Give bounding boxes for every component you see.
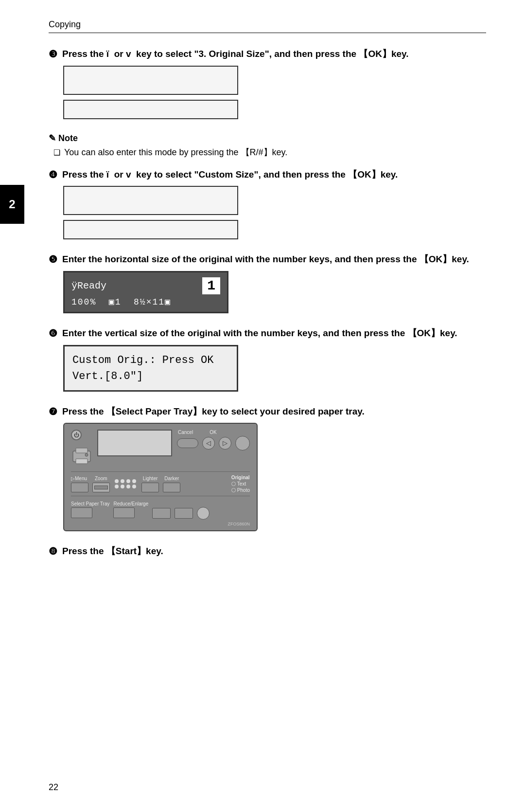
step8-number: ❽: [49, 545, 59, 558]
svg-rect-2: [76, 459, 88, 464]
step4-block: ❹ Press the ï or v key to select "Custom…: [49, 168, 486, 240]
panel-left-icons: ⏻: [71, 430, 92, 468]
panel-row1: ⏻ Cancel O: [71, 430, 250, 468]
dot: [115, 479, 119, 483]
select-paper-tray-area: Select Paper Tray: [71, 501, 109, 518]
step7-number: ❼: [49, 405, 59, 418]
dot: [132, 479, 136, 483]
step5-block: ❺ Enter the horizontal size of the origi…: [49, 253, 486, 313]
lighter-label: Lighter: [143, 476, 158, 481]
dot: [132, 485, 136, 488]
ok-button[interactable]: [235, 436, 250, 451]
panel-row3: Select Paper Tray Reduce/Enlarge: [71, 496, 250, 520]
step6-instruction: ❻ Enter the vertical size of the origina…: [49, 327, 486, 340]
zoom-bar: [94, 486, 108, 489]
step4-text: Press the ï or v key to select "Custom S…: [62, 168, 486, 181]
panel-original-section: Original Text Photo: [231, 475, 250, 493]
right-arrow-button[interactable]: ▷: [219, 437, 231, 450]
darker-button[interactable]: [163, 483, 180, 492]
printer-svg: [71, 444, 92, 466]
reduce-enlarge-label: Reduce/Enlarge: [113, 501, 148, 506]
svg-point-3: [85, 453, 88, 456]
dot: [126, 479, 130, 483]
step6-text: Enter the vertical size of the original …: [62, 327, 486, 340]
step4-number: ❹: [49, 168, 59, 181]
panel-screen: [97, 430, 172, 456]
step6-block: ❻ Enter the vertical size of the origina…: [49, 327, 486, 392]
step4-instruction: ❹ Press the ï or v key to select "Custom…: [49, 168, 486, 181]
chapter-number: 2: [9, 198, 15, 211]
lighter-darker-buttons: [141, 483, 180, 492]
step6-custom-display: Custom Orig.: Press OK Vert.[8.0"]: [63, 345, 238, 392]
panel-nav-buttons: ◁ ▷: [177, 436, 250, 451]
dot: [121, 479, 124, 483]
text-radio-row: Text: [231, 481, 250, 487]
lighter-darker-labels: Lighter Darker: [143, 476, 179, 481]
lcd-bottom-row: 100% ▣1 8½×11▣: [71, 296, 220, 307]
step7-instruction: ❼ Press the 【Select Paper Tray】key to se…: [49, 405, 486, 418]
note-bullet-icon: ❑: [53, 147, 60, 158]
note-section: ✎ Note ❑ You can also enter this mode by…: [49, 133, 486, 159]
custom-line1: Custom Orig.: Press OK: [72, 352, 229, 368]
extra-btn3[interactable]: [197, 507, 210, 520]
cancel-ok-labels: Cancel OK: [177, 430, 250, 435]
step8-instruction: ❽ Press the 【Start】key.: [49, 545, 486, 558]
header-label: Copying: [49, 19, 81, 29]
left-arrow-button[interactable]: ◁: [202, 437, 215, 450]
lcd-number-badge: 1: [202, 277, 220, 294]
step3-block: ❸ Press the ï or v key to select "3. Ori…: [49, 48, 486, 119]
cancel-label: Cancel: [178, 430, 193, 435]
step5-number: ❺: [49, 253, 59, 266]
zoom-button[interactable]: [92, 483, 110, 492]
photo-radio-icon: [231, 488, 236, 492]
reduce-enlarge-area: Reduce/Enlarge: [113, 501, 148, 518]
note-title: ✎ Note: [49, 133, 486, 144]
menu-zoom-area: ▷Menu Zoom: [71, 476, 110, 492]
step3-display2: [63, 100, 238, 119]
menu-zoom-labels: ▷Menu Zoom: [71, 476, 110, 481]
menu-button[interactable]: [71, 483, 88, 492]
photo-label: Photo: [237, 487, 250, 493]
copier-panel: ⏻ Cancel O: [63, 423, 258, 531]
dots-grid: [115, 479, 137, 488]
select-paper-tray-button[interactable]: [71, 507, 92, 518]
panel-dots-section: [115, 479, 137, 488]
step3-number: ❸: [49, 48, 59, 60]
step4-display2: [63, 220, 238, 239]
note-item: ❑ You can also enter this mode by pressi…: [53, 146, 486, 159]
darker-label: Darker: [164, 476, 179, 481]
lighter-darker-section: Lighter Darker: [141, 476, 180, 492]
cancel-button[interactable]: [177, 438, 198, 448]
menu-label-text: ▷Menu: [71, 476, 87, 481]
panel-row2: ▷Menu Zoom: [71, 471, 250, 493]
extra-btn1[interactable]: [152, 508, 171, 519]
panel-id: ZFOS860N: [71, 522, 250, 526]
zoom-label-text: Zoom: [95, 476, 107, 481]
note-text: You can also enter this mode by pressing…: [64, 146, 287, 159]
photo-radio-row: Photo: [231, 487, 250, 493]
step5-instruction: ❺ Enter the horizontal size of the origi…: [49, 253, 486, 266]
select-paper-tray-label: Select Paper Tray: [71, 501, 109, 506]
step8-block: ❽ Press the 【Start】key.: [49, 545, 486, 558]
machine-icon: [71, 444, 92, 468]
dot: [121, 485, 124, 488]
text-radio-icon: [231, 482, 236, 486]
step3-display: [63, 66, 238, 95]
svg-rect-1: [76, 448, 88, 453]
step4-display: [63, 186, 238, 215]
pencil-icon: ✎: [49, 133, 56, 143]
power-icon: ⏻: [71, 430, 82, 440]
step5-lcd: ÿReady 1 100% ▣1 8½×11▣: [63, 271, 228, 313]
lcd-status-text: 100% ▣1 8½×11▣: [71, 296, 171, 307]
extra-buttons-area: [152, 508, 210, 520]
step3-text: Press the ï or v key to select "3. Origi…: [62, 48, 486, 61]
step6-number: ❻: [49, 327, 59, 340]
text-label: Text: [237, 481, 246, 487]
lcd-top-row: ÿReady 1: [71, 277, 220, 294]
reduce-enlarge-button[interactable]: [113, 507, 135, 518]
extra-btn2[interactable]: [175, 508, 193, 519]
ok-label-text: OK: [210, 430, 216, 435]
menu-zoom-buttons: [71, 483, 110, 492]
dot: [115, 485, 119, 488]
lighter-button[interactable]: [141, 483, 159, 492]
